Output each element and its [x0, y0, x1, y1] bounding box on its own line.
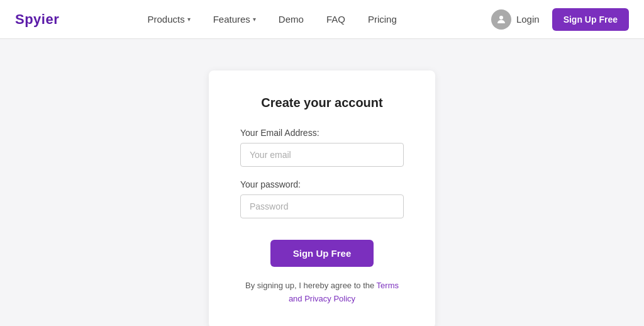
- navbar: Spyier Products ▾ Features ▾ Demo FAQ Pr…: [0, 0, 644, 39]
- card-title: Create your account: [261, 96, 382, 110]
- nav-links: Products ▾ Features ▾ Demo FAQ Pricing: [59, 9, 485, 30]
- user-avatar-icon: [491, 9, 511, 30]
- nav-item-products[interactable]: Products ▾: [138, 9, 199, 30]
- nav-signup-button[interactable]: Sign Up Free: [552, 8, 629, 31]
- nav-label-faq: FAQ: [326, 14, 345, 25]
- navbar-right: Login Sign Up Free: [485, 6, 629, 33]
- chevron-down-icon: ▾: [187, 16, 191, 23]
- login-button[interactable]: Login: [485, 6, 546, 33]
- main-content: Create your account Your Email Address: …: [0, 39, 644, 326]
- nav-item-demo[interactable]: Demo: [270, 9, 313, 30]
- signup-submit-button[interactable]: Sign Up Free: [270, 240, 374, 267]
- nav-label-pricing: Pricing: [368, 14, 397, 25]
- password-input[interactable]: [240, 194, 404, 218]
- terms-prefix: By signing up, I hereby agree to the: [245, 281, 377, 290]
- password-form-group: Your password:: [240, 179, 404, 218]
- nav-item-pricing[interactable]: Pricing: [359, 9, 406, 30]
- email-input[interactable]: [240, 143, 404, 167]
- chevron-down-icon: ▾: [253, 16, 256, 23]
- signup-card: Create your account Your Email Address: …: [209, 70, 435, 326]
- brand-logo[interactable]: Spyier: [15, 11, 59, 28]
- svg-point-0: [499, 16, 503, 20]
- nav-item-faq[interactable]: FAQ: [318, 9, 354, 30]
- login-label: Login: [516, 14, 540, 25]
- terms-text: By signing up, I hereby agree to the Ter…: [240, 279, 404, 306]
- password-label: Your password:: [240, 179, 404, 189]
- nav-label-demo: Demo: [279, 14, 304, 25]
- email-label: Your Email Address:: [240, 128, 404, 138]
- nav-item-features[interactable]: Features ▾: [204, 9, 265, 30]
- nav-label-products: Products: [147, 14, 184, 25]
- nav-label-features: Features: [213, 14, 250, 25]
- email-form-group: Your Email Address:: [240, 128, 404, 167]
